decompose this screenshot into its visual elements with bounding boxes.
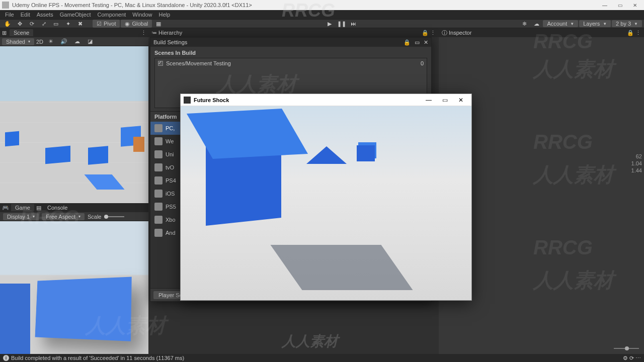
inspector-tab-bar: ⓘ Inspector 🔒 ⋮ xyxy=(439,28,644,37)
fs-prism xyxy=(306,146,347,164)
pause-button[interactable]: ❚❚ xyxy=(336,19,347,28)
snow-icon[interactable]: ❄ xyxy=(519,19,530,28)
game-icon: 🎮 xyxy=(2,205,9,211)
hierarchy-back-icon[interactable]: ▭ xyxy=(415,39,420,46)
scene-grid-icon: ⊞ xyxy=(2,30,7,36)
status-text: Build completed with a result of 'Succee… xyxy=(11,355,184,361)
hierarchy-tab-bar: ≔ Hierarchy 🔒 ⋮ xyxy=(148,28,439,37)
play-button[interactable]: ▶ xyxy=(324,19,335,28)
scale-tool-icon[interactable]: ⤢ xyxy=(38,19,49,28)
hierarchy-lock-icon[interactable]: 🔒 xyxy=(404,39,411,46)
status-right-icons[interactable]: ⚙ ⟳ ⋯ xyxy=(623,355,641,361)
rect-tool-icon[interactable]: ▭ xyxy=(50,19,61,28)
aspect-dropdown[interactable]: Free Aspect▾ xyxy=(42,213,85,220)
menu-bar: File Edit Assets GameObject Component Wi… xyxy=(0,10,644,19)
scene-cube xyxy=(5,131,19,146)
menu-component[interactable]: Component xyxy=(94,11,129,18)
ps5-icon xyxy=(154,203,163,211)
appletv-icon xyxy=(154,163,163,171)
lock-icon[interactable]: 🔒 ⋮ xyxy=(627,30,641,36)
info-icon: i xyxy=(3,355,9,361)
html5-icon xyxy=(154,137,163,145)
snap-tool-icon[interactable]: ▦ xyxy=(153,19,164,28)
build-close-icon[interactable]: ✕ xyxy=(424,39,428,46)
status-bar: i Build completed with a result of 'Succ… xyxy=(0,354,644,362)
menu-gameobject[interactable]: GameObject xyxy=(57,11,94,18)
future-shock-window: Future Shock — ▭ ✕ xyxy=(180,94,472,301)
unity-icon xyxy=(2,2,9,9)
scene-cube xyxy=(45,146,70,164)
display-dropdown[interactable]: Display 1▾ xyxy=(3,213,39,220)
menu-help[interactable]: Help xyxy=(155,11,173,18)
future-shock-titlebar[interactable]: Future Shock — ▭ ✕ xyxy=(181,94,471,106)
scene-options-bar: Shaded▾ 2D ☀ 🔊 ☁ ◪ xyxy=(0,37,148,46)
layers-dropdown[interactable]: Layers▼ xyxy=(579,20,611,27)
cloud-icon[interactable]: ☁ xyxy=(531,19,542,28)
custom-tool-icon[interactable]: ✖ xyxy=(74,19,86,28)
global-toggle[interactable]: ◉Global xyxy=(121,20,152,28)
future-shock-title: Future Shock xyxy=(194,97,229,103)
maximize-button[interactable]: ▭ xyxy=(613,1,627,10)
audio-icon[interactable]: 🔊 xyxy=(58,37,69,46)
console-tab[interactable]: Console xyxy=(43,204,71,211)
fs-minimize-button[interactable]: — xyxy=(421,95,436,106)
fs-shadow xyxy=(270,245,413,290)
transform-tool-icon[interactable]: ✦ xyxy=(62,19,73,28)
left-column: ⊞ Scene ⋮ Shaded▾ 2D ☀ 🔊 ☁ ◪ 🎮 Game ▤ Co xyxy=(0,28,148,354)
game-tab[interactable]: Game xyxy=(11,204,34,211)
ps4-icon xyxy=(154,176,163,185)
hierarchy-icon: ≔ xyxy=(151,30,157,36)
console-icon: ▤ xyxy=(36,205,41,211)
lighting-icon[interactable]: ☀ xyxy=(45,37,56,46)
scene-opts-icon[interactable]: ⋮ xyxy=(141,30,146,36)
menu-assets[interactable]: Assets xyxy=(34,11,56,18)
game-options-bar: Display 1▾ Free Aspect▾ Scale xyxy=(0,212,148,221)
scale-slider[interactable] xyxy=(104,216,124,217)
window-titlebar: Udemy Online FPS - Movement Testing - PC… xyxy=(0,0,644,10)
scene-cube xyxy=(88,146,108,164)
fs-close-button[interactable]: ✕ xyxy=(453,95,468,106)
future-shock-viewport[interactable] xyxy=(181,106,471,300)
windows-icon xyxy=(154,150,163,158)
game-view[interactable] xyxy=(0,221,148,354)
menu-window[interactable]: Window xyxy=(129,11,155,18)
scene-item[interactable]: Scenes/Movement Testing xyxy=(166,60,231,66)
lock-icon[interactable]: 🔒 ⋮ xyxy=(422,30,436,36)
menu-file[interactable]: File xyxy=(2,11,17,18)
fx-icon[interactable]: ☁ xyxy=(71,37,83,46)
shaded-dropdown[interactable]: Shaded▾ xyxy=(2,38,34,45)
move-tool-icon[interactable]: ✥ xyxy=(14,19,25,28)
build-settings-title: Build Settings xyxy=(153,39,187,45)
layout-dropdown[interactable]: 2 by 3▼ xyxy=(612,20,642,27)
window-title: Udemy Online FPS - Movement Testing - PC… xyxy=(12,2,252,8)
scene-view[interactable] xyxy=(0,46,148,203)
scene-checkbox[interactable] xyxy=(158,61,163,66)
pivot-toggle[interactable]: ☑Pivot xyxy=(93,20,120,28)
readout-value: 1.44 xyxy=(631,167,642,174)
fs-cube-large xyxy=(191,111,296,212)
hidden-icon[interactable]: ◪ xyxy=(85,37,96,46)
menu-edit[interactable]: Edit xyxy=(18,11,33,18)
scale-label: Scale xyxy=(88,214,102,220)
ios-icon xyxy=(154,190,163,198)
inspector-tab[interactable]: Inspector xyxy=(449,30,471,36)
account-dropdown[interactable]: Account▼ xyxy=(543,20,578,27)
close-button[interactable]: ✕ xyxy=(628,1,642,10)
hierarchy-tab[interactable]: Hierarchy xyxy=(158,30,182,36)
scene-capsule xyxy=(133,137,144,152)
hand-tool-icon[interactable]: ✋ xyxy=(2,19,13,28)
rotate-tool-icon[interactable]: ⟳ xyxy=(26,19,37,28)
build-settings-titlebar[interactable]: Build Settings 🔒 ▭ ✕ xyxy=(150,38,431,47)
scene-index: 0 xyxy=(421,60,424,66)
android-icon xyxy=(154,229,163,237)
step-button[interactable]: ⏭ xyxy=(348,19,359,28)
scene-tab-bar: ⊞ Scene ⋮ xyxy=(0,28,148,37)
readout-value: 1.04 xyxy=(631,160,642,167)
scene-ground xyxy=(0,101,148,203)
minimize-button[interactable]: — xyxy=(598,1,612,10)
fs-maximize-button[interactable]: ▭ xyxy=(437,95,452,106)
game-cube xyxy=(35,277,132,341)
inspector-icon: ⓘ xyxy=(442,30,447,36)
scene-tab[interactable]: Scene xyxy=(10,29,33,36)
twod-toggle[interactable]: 2D xyxy=(36,39,43,45)
